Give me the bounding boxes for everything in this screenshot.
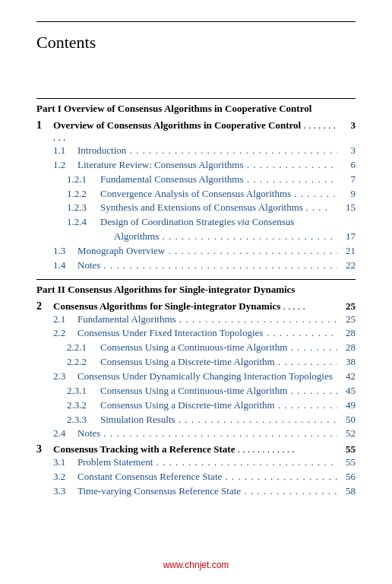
part-ii-header: Part II Consensus Algorithms for Single-… — [36, 284, 356, 296]
section-3-3: 3.3 Time-varying Consensus Reference Sta… — [36, 484, 356, 499]
chapter-1-num: 1 — [36, 119, 53, 132]
section-1-4: 1.4 Notes 22 — [36, 259, 356, 273]
section-2-3-2-label: Consensus Using a Discrete-time Algorith… — [100, 398, 337, 413]
section-1-2-3: 1.2.3 Synthesis and Extensions of Consen… — [36, 201, 356, 215]
section-2-4-page: 52 — [337, 427, 356, 441]
section-1-2: 1.2 Literature Review: Consensus Algorit… — [36, 158, 356, 173]
section-2-3-page: 42 — [337, 370, 356, 384]
website-label: www.chnjet.com — [0, 560, 392, 570]
section-2-3-3-num: 2.3.3 — [67, 413, 100, 427]
section-2-3-num: 2.3 — [53, 370, 77, 384]
section-2-1: 2.1 Fundamental Algorithms 25 — [36, 313, 356, 327]
section-2-3-2-page: 49 — [337, 398, 356, 413]
top-rule — [36, 21, 356, 22]
section-1-2-4-cont: Algorithms 17 — [36, 230, 356, 244]
section-1-1: 1.1 Introduction 3 — [36, 144, 356, 158]
chapter-2-entry: 2 Consensus Algorithms for Single-integr… — [36, 300, 356, 313]
section-2-2-1-label: Consensus Using a Continuous-time Algori… — [100, 341, 337, 355]
section-2-2-page: 28 — [337, 326, 356, 341]
section-1-2-1-num: 1.2.1 — [67, 173, 100, 187]
page: Contents Part I Overview of Consensus Al… — [0, 0, 392, 584]
section-2-1-label: Fundamental Algorithms — [77, 313, 337, 327]
chapter-3-page: 55 — [337, 443, 356, 455]
section-2-2-num: 2.2 — [53, 326, 77, 341]
section-1-2-page: 6 — [337, 158, 356, 173]
section-1-2-1-page: 7 — [337, 173, 356, 187]
section-2-3: 2.3 Consensus Under Dynamically Changing… — [36, 370, 356, 384]
section-2-3-1-label: Consensus Using a Continuous-time Algori… — [100, 384, 337, 398]
chapter-3-num: 3 — [36, 443, 53, 455]
section-1-1-label: Introduction — [77, 144, 337, 158]
section-3-3-label: Time-varying Consensus Reference State — [77, 484, 337, 499]
section-1-3-label: Monograph Overview — [77, 244, 337, 259]
part-i-rule — [36, 98, 356, 99]
section-2-2-2-label: Consensus Using a Discrete-time Algorith… — [100, 355, 337, 370]
section-2-2-1-page: 28 — [337, 341, 356, 355]
section-1-4-page: 22 — [337, 259, 356, 273]
chapter-3-label: Consensus Tracking with a Reference Stat… — [53, 443, 337, 455]
section-3-1-label: Problem Statement — [77, 455, 337, 470]
section-2-4: 2.4 Notes 52 — [36, 427, 356, 441]
section-2-3-3-page: 50 — [337, 413, 356, 427]
chapter-1-entry: 1 Overview of Consensus Algorithms in Co… — [36, 119, 356, 144]
section-1-2-4-page: 17 — [337, 230, 356, 244]
section-1-2-3-page: 15 — [337, 201, 356, 215]
section-1-1-num: 1.1 — [53, 144, 77, 158]
section-3-1: 3.1 Problem Statement 55 — [36, 455, 356, 470]
section-1-2-num: 1.2 — [53, 158, 77, 173]
section-2-4-label: Notes — [77, 427, 337, 441]
section-2-1-num: 2.1 — [53, 313, 77, 327]
section-1-3-num: 1.3 — [53, 244, 77, 259]
section-1-1-page: 3 — [337, 144, 356, 158]
section-2-3-1: 2.3.1 Consensus Using a Continuous-time … — [36, 384, 356, 398]
section-3-3-page: 58 — [337, 484, 356, 499]
section-2-2-2-page: 38 — [337, 355, 356, 370]
section-2-3-3-label: Simulation Results — [100, 413, 337, 427]
section-1-2-4-num: 1.2.4 — [67, 215, 100, 230]
chapter-3-entry: 3 Consensus Tracking with a Reference St… — [36, 443, 356, 455]
section-3-1-num: 3.1 — [53, 455, 77, 470]
section-3-2-page: 56 — [337, 470, 356, 484]
section-3-2-num: 3.2 — [53, 470, 77, 484]
section-2-2-2-num: 2.2.2 — [67, 355, 100, 370]
section-2-2-label: Consensus Under Fixed Interaction Topolo… — [77, 326, 337, 341]
section-1-2-3-num: 1.2.3 — [67, 201, 100, 215]
section-1-3: 1.3 Monograph Overview 21 — [36, 244, 356, 259]
chapter-1-label: Overview of Consensus Algorithms in Coop… — [53, 119, 337, 144]
section-2-3-2-num: 2.3.2 — [67, 398, 100, 413]
section-2-1-page: 25 — [337, 313, 356, 327]
section-2-2-1: 2.2.1 Consensus Using a Continuous-time … — [36, 341, 356, 355]
section-2-2-2: 2.2.2 Consensus Using a Discrete-time Al… — [36, 355, 356, 370]
section-1-4-num: 1.4 — [53, 259, 77, 273]
section-3-3-num: 3.3 — [53, 484, 77, 499]
chapter-2-label: Consensus Algorithms for Single-integrat… — [53, 300, 337, 313]
page-title: Contents — [36, 33, 356, 52]
section-3-1-page: 55 — [337, 455, 356, 470]
part-ii-rule — [36, 279, 356, 280]
section-1-2-2-page: 9 — [337, 187, 356, 202]
chapter-2-num: 2 — [36, 300, 53, 313]
section-2-2-1-num: 2.2.1 — [67, 341, 100, 355]
section-2-3-1-page: 45 — [337, 384, 356, 398]
section-1-3-page: 21 — [337, 244, 356, 259]
chapter-2-page: 25 — [337, 300, 356, 313]
section-3-2: 3.2 Constant Consensus Reference State 5… — [36, 470, 356, 484]
section-2-3-3: 2.3.3 Simulation Results 50 — [36, 413, 356, 427]
section-2-3-1-num: 2.3.1 — [67, 384, 100, 398]
section-2-3-2: 2.3.2 Consensus Using a Discrete-time Al… — [36, 398, 356, 413]
section-1-2-1: 1.2.1 Fundamental Consensus Algorithms 7 — [36, 173, 356, 187]
section-1-2-1-label: Fundamental Consensus Algorithms — [100, 173, 337, 187]
section-1-2-2-num: 1.2.2 — [67, 187, 100, 202]
section-2-4-num: 2.4 — [53, 427, 77, 441]
section-1-2-4: 1.2.4 Design of Coordination Strategies … — [36, 215, 356, 230]
part-i-header: Part I Overview of Consensus Algorithms … — [36, 103, 356, 115]
section-1-2-4-label-cont: Algorithms — [114, 230, 337, 244]
section-2-2: 2.2 Consensus Under Fixed Interaction To… — [36, 326, 356, 341]
section-1-4-label: Notes — [77, 259, 337, 273]
section-1-2-2: 1.2.2 Convergence Analysis of Consensus … — [36, 187, 356, 202]
section-3-2-label: Constant Consensus Reference State — [77, 470, 337, 484]
chapter-1-page: 3 — [337, 119, 356, 132]
